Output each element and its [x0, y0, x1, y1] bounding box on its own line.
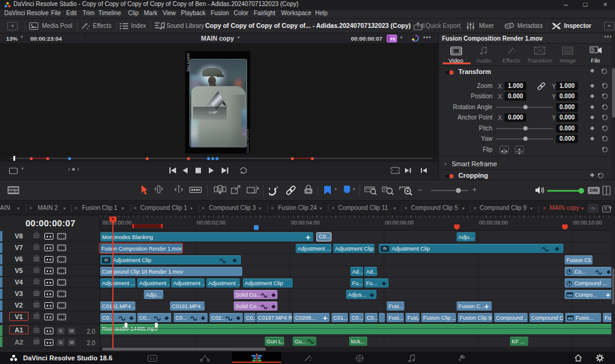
svg-text:IMG: IMG [565, 49, 571, 53]
svg-text:5:1: 5:1 [150, 357, 155, 360]
svg-text:FX: FX [390, 37, 396, 41]
